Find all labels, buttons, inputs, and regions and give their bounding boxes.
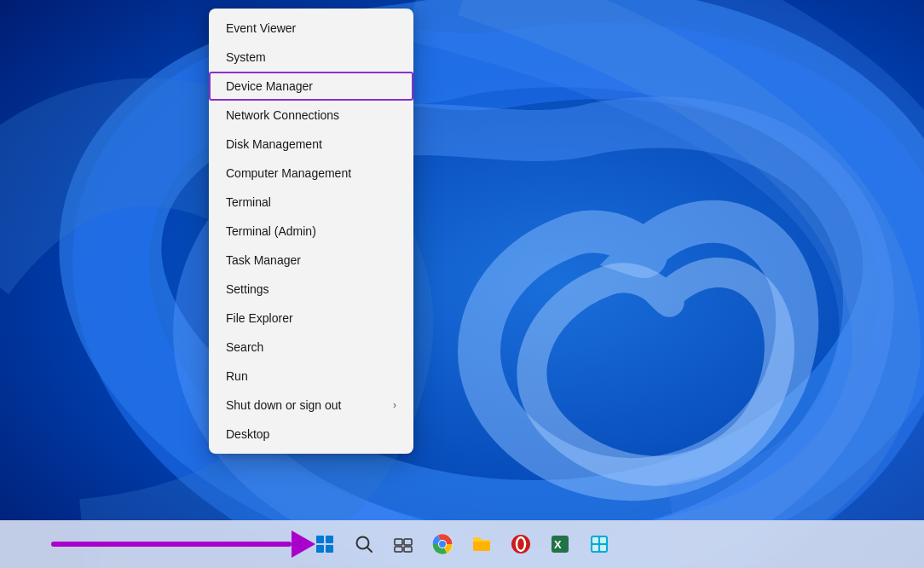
menu-item-run[interactable]: Run (209, 362, 413, 391)
svg-rect-22 (600, 545, 606, 551)
taskbar: X (0, 520, 924, 568)
svg-rect-8 (404, 539, 412, 545)
svg-rect-20 (600, 537, 606, 543)
menu-item-disk-management[interactable]: Disk Management (209, 130, 413, 159)
taskbar-excel-icon[interactable]: X (543, 527, 577, 561)
svg-rect-7 (395, 539, 402, 545)
menu-item-label: Terminal (Admin) (226, 224, 316, 238)
menu-item-network-connections[interactable]: Network Connections (209, 101, 413, 130)
menu-item-label: Settings (226, 282, 269, 296)
menu-item-label: Run (226, 369, 248, 383)
menu-item-device-manager[interactable]: Device Manager (209, 72, 413, 101)
svg-rect-19 (592, 537, 598, 543)
menu-item-file-explorer[interactable]: File Explorer (209, 304, 413, 333)
svg-point-13 (439, 541, 446, 548)
svg-rect-9 (395, 547, 402, 552)
menu-item-terminal-admin[interactable]: Terminal (Admin) (209, 217, 413, 246)
menu-item-label: Computer Management (226, 166, 351, 180)
menu-item-label: Task Manager (226, 253, 301, 267)
svg-line-6 (367, 548, 372, 553)
menu-item-label: Network Connections (226, 108, 339, 122)
taskbar-taskview-button[interactable] (386, 527, 420, 561)
menu-item-label: Desktop (226, 427, 269, 441)
svg-rect-3 (316, 545, 324, 553)
menu-item-label: Terminal (226, 195, 271, 209)
menu-item-system[interactable]: System (209, 43, 413, 72)
menu-item-label: Disk Management (226, 137, 322, 151)
svg-rect-10 (404, 547, 412, 552)
desktop-wallpaper (0, 0, 924, 568)
svg-text:X: X (554, 538, 562, 551)
desktop: Event ViewerSystemDevice ManagerNetwork … (0, 0, 924, 568)
menu-item-label: Shut down or sign out (226, 398, 341, 412)
svg-rect-21 (592, 545, 598, 551)
svg-rect-1 (316, 536, 324, 543)
taskbar-file-explorer-icon[interactable] (465, 527, 499, 561)
menu-item-search[interactable]: Search (209, 333, 413, 362)
taskbar-opera-icon[interactable] (504, 527, 538, 561)
menu-item-event-viewer[interactable]: Event Viewer (209, 14, 413, 43)
context-menu: Event ViewerSystemDevice ManagerNetwork … (209, 9, 413, 454)
menu-item-label: Search (226, 340, 263, 354)
svg-rect-4 (326, 545, 333, 553)
menu-item-task-manager[interactable]: Task Manager (209, 246, 413, 275)
taskbar-chrome-icon[interactable] (425, 527, 459, 561)
menu-item-computer-management[interactable]: Computer Management (209, 159, 413, 188)
submenu-chevron-icon: › (393, 399, 396, 411)
taskbar-app7-icon[interactable] (582, 527, 616, 561)
taskbar-search-button[interactable] (347, 527, 381, 561)
menu-item-label: Device Manager (226, 79, 313, 93)
menu-item-desktop[interactable]: Desktop (209, 420, 413, 449)
menu-item-label: Event Viewer (226, 21, 296, 35)
taskbar-start-button[interactable] (308, 527, 342, 561)
menu-item-settings[interactable]: Settings (209, 275, 413, 304)
menu-item-terminal[interactable]: Terminal (209, 188, 413, 217)
menu-item-label: System (226, 50, 266, 64)
menu-item-shut-down[interactable]: Shut down or sign out› (209, 391, 413, 420)
svg-rect-2 (326, 536, 333, 543)
menu-item-label: File Explorer (226, 311, 293, 325)
